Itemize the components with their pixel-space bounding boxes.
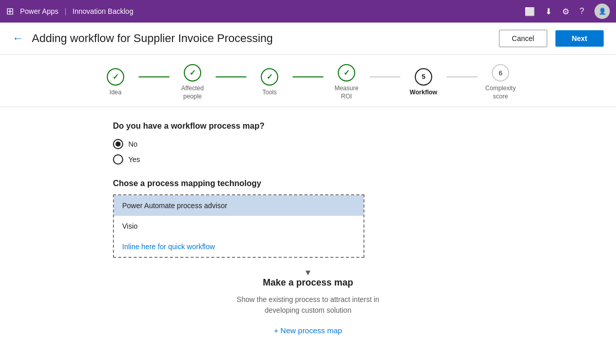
plus-icon: + [274,326,279,335]
step-circle-tools: ✓ [261,68,278,86]
check-icon-idea: ✓ [112,72,119,82]
connector-1 [139,76,169,77]
radio-label-no: No [128,140,138,148]
step-circle-complexity: 6 [492,64,509,82]
screen-icon[interactable]: ⬜ [525,7,535,16]
step-idea: ✓ Idea [92,68,139,97]
workflow-question-label: Do you have a workflow process map? [113,122,503,131]
check-icon-tools: ✓ [266,72,273,82]
radio-option-yes[interactable]: Yes [113,154,503,165]
new-process-map-label: New process map [280,326,342,335]
step-circle-workflow: 5 [415,68,432,86]
step-label-idea: Idea [109,89,121,97]
back-button[interactable]: ← [12,32,24,45]
process-map-title: Make a process map [113,277,503,288]
step-circle-roi: ✓ [338,64,355,82]
section-name: Innovation Backlog [72,7,133,15]
user-avatar[interactable]: 👤 [594,4,610,19]
main-content: Do you have a workflow process map? No Y… [0,107,616,350]
check-icon-roi: ✓ [343,68,350,77]
page-header: ← Adding workflow for Supplier Invoice P… [0,23,616,55]
new-process-map-link[interactable]: + New process map [274,326,342,335]
page-title: Adding workflow for Supplier Invoice Pro… [32,32,491,45]
process-map-description: Show the existing process to attract int… [113,294,503,316]
workflow-radio-group: No Yes [113,139,503,165]
step-tools: ✓ Tools [246,68,293,97]
step-label-complexity: Complexityscore [485,85,515,100]
step-label-tools: Tools [262,89,277,97]
step-complexity: 6 Complexityscore [477,64,524,100]
topbar-separator: | [65,7,67,15]
radio-label-yes: Yes [128,155,140,164]
help-icon[interactable]: ? [580,7,584,16]
app-name: Power Apps [20,7,59,15]
process-technology-title: Chose a process mapping technology [113,179,503,188]
check-icon-affected: ✓ [189,68,196,77]
step-circle-idea: ✓ [107,68,124,86]
connector-3 [293,76,323,77]
radio-option-no[interactable]: No [113,139,503,149]
radio-circle-no[interactable] [113,139,123,149]
cancel-button[interactable]: Cancel [499,30,547,47]
radio-circle-yes[interactable] [113,154,123,165]
step-label-roi: MeasureROI [335,85,359,100]
process-map-section: Make a process map Show the existing pro… [113,277,503,335]
step-affected-people: ✓ Affectedpeople [169,64,216,100]
connector-5 [447,76,477,77]
settings-icon[interactable]: ⚙ [562,7,569,16]
topbar: ⊞ Power Apps | Innovation Backlog ⬜ ⬇ ⚙ … [0,0,616,23]
grid-icon[interactable]: ⊞ [6,6,14,17]
dropdown-item-visio[interactable]: Visio [114,216,363,236]
dropdown-item-inline[interactable]: Inline here for quick workflow [114,236,363,257]
chevron-down-icon: ▼ [304,268,312,277]
step-measure-roi: ✓ MeasureROI [323,64,370,100]
download-icon[interactable]: ⬇ [545,7,552,16]
connector-4 [370,76,400,77]
step-label-workflow: Workflow [410,89,437,97]
process-technology-dropdown[interactable]: Power Automate process advisor Visio Inl… [113,194,364,258]
connector-2 [216,76,246,77]
step-circle-affected: ✓ [184,64,201,82]
step-workflow: 5 Workflow [400,68,447,97]
step-label-affected: Affectedpeople [181,85,204,100]
stepper: ✓ Idea ✓ Affectedpeople ✓ Tools ✓ Measur… [0,55,616,107]
dropdown-arrow: ▼ [113,268,503,277]
dropdown-item-power-automate[interactable]: Power Automate process advisor [114,195,363,216]
next-button[interactable]: Next [555,30,604,47]
